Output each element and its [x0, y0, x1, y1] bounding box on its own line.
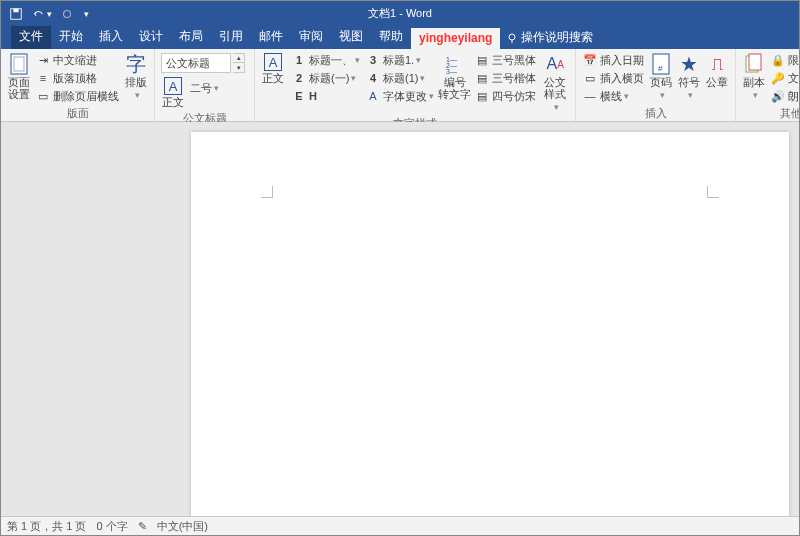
- sanhao-kai-button[interactable]: ▤三号楷体: [472, 69, 539, 87]
- list-icon: ▤: [475, 89, 489, 103]
- letter-a-icon: A: [264, 53, 282, 71]
- list-icon: ▤: [475, 53, 489, 67]
- tab-mail[interactable]: 邮件: [251, 25, 291, 49]
- erhao-button[interactable]: 二号▾: [187, 79, 222, 97]
- bold-eh-button[interactable]: EH: [289, 87, 363, 105]
- ribbon: 页面 设置 ⇥中文缩进 ≡版落顶格 ▭删除页眉横线 字 排版▾ 版面 公文标题 …: [1, 49, 799, 122]
- list-icon: ▤: [475, 71, 489, 85]
- status-page[interactable]: 第 1 页，共 1 页: [7, 519, 86, 534]
- tab-insert[interactable]: 插入: [91, 25, 131, 49]
- page-setup-button[interactable]: 页面 设置: [5, 51, 33, 102]
- svg-rect-13: [749, 54, 761, 70]
- title1-button[interactable]: 1标题一、▾: [289, 51, 363, 69]
- margin-marker-tl: [261, 186, 273, 198]
- proofing-icon[interactable]: ✎: [138, 520, 147, 533]
- svg-text:#: #: [658, 64, 663, 73]
- tab-view[interactable]: 视图: [331, 25, 371, 49]
- tell-me-label: 操作说明搜索: [521, 29, 593, 46]
- banluo-button[interactable]: ≡版落顶格: [33, 69, 122, 87]
- title3-button[interactable]: 3标题1.▾: [363, 51, 437, 69]
- watermark-text: yingheyilang: [419, 31, 492, 45]
- bianhao-button[interactable]: 1—2—3— 编号 转文字: [437, 51, 472, 102]
- title-gallery[interactable]: 公文标题: [161, 53, 231, 73]
- langdu-button[interactable]: 🔊朗读: [768, 87, 800, 105]
- tab-help[interactable]: 帮助: [371, 25, 411, 49]
- svg-point-2: [64, 10, 71, 17]
- delete-header-line-button[interactable]: ▭删除页眉横线: [33, 87, 122, 105]
- window-title: 文档1 - Word: [368, 6, 432, 21]
- tab-references[interactable]: 引用: [211, 25, 251, 49]
- status-words[interactable]: 0 个字: [96, 519, 127, 534]
- fuben-button[interactable]: 副本▾: [740, 51, 768, 103]
- tab-review[interactable]: 审阅: [291, 25, 331, 49]
- group-charu: 📅插入日期 ▭插入横页 —横线▾ # 页码▾ ★ 符号▾ ⎍ 公章 插入: [576, 49, 736, 121]
- undo-icon[interactable]: ▾: [31, 8, 52, 20]
- align-icon: ≡: [36, 71, 50, 85]
- restrict-edit-button[interactable]: 🔒限制编辑: [768, 51, 800, 69]
- redo-icon[interactable]: [60, 8, 74, 20]
- delete-icon: ▭: [36, 89, 50, 103]
- lightbulb-icon: [506, 32, 518, 44]
- group-gwbiaoti: 公文标题 ▴▾ A 正文 二号▾ 公文标题: [155, 49, 255, 121]
- group-banmian: 页面 设置 ⇥中文缩进 ≡版落顶格 ▭删除页眉横线 字 排版▾ 版面: [1, 49, 155, 121]
- font-change-button[interactable]: A字体更改▾: [363, 87, 437, 105]
- indent-icon: ⇥: [36, 53, 50, 67]
- insert-hpage-button[interactable]: ▭插入横页: [580, 69, 647, 87]
- sanhao-hei-button[interactable]: ▤三号黑体: [472, 51, 539, 69]
- paiban-icon: 字: [125, 53, 147, 75]
- encrypt-button[interactable]: 🔑文档加密▾: [768, 69, 800, 87]
- star-icon: ★: [678, 53, 700, 75]
- numbering-icon: 1—2—3—: [444, 53, 466, 75]
- sihao-button[interactable]: ▤四号仿宋: [472, 87, 539, 105]
- qat-dropdown-icon[interactable]: ▾: [84, 9, 89, 19]
- group-qita: 副本▾ 🔒限制编辑 🔑文档加密▾ 🔊朗读 其他: [736, 49, 800, 121]
- tab-file[interactable]: 文件: [11, 25, 51, 49]
- style-icon: AA: [544, 53, 566, 75]
- title-bar: ▾ ▾ 文档1 - Word: [1, 1, 799, 26]
- zhengwen-button[interactable]: A 正文: [159, 75, 187, 110]
- document-area[interactable]: [1, 122, 799, 516]
- hengxian-button[interactable]: —横线▾: [580, 87, 647, 105]
- calendar-icon: 📅: [583, 53, 597, 67]
- save-icon[interactable]: [9, 7, 23, 21]
- svg-text:3—: 3—: [446, 68, 457, 74]
- font-icon: A: [366, 89, 380, 103]
- yema-button[interactable]: # 页码▾: [647, 51, 675, 103]
- page-icon: ▭: [583, 71, 597, 85]
- gallery-dropdown[interactable]: ▴▾: [233, 53, 245, 73]
- zhongwen-indent-button[interactable]: ⇥中文缩进: [33, 51, 122, 69]
- tab-gongwen[interactable]: yingheyilang: [411, 28, 500, 49]
- title4-button[interactable]: 4标题(1)▾: [363, 69, 437, 87]
- zhengwen-icon: A: [164, 77, 182, 95]
- fuhao-button[interactable]: ★ 符号▾: [675, 51, 703, 103]
- ribbon-tabs: 文件 开始 插入 设计 布局 引用 邮件 审阅 视图 帮助 yingheyila…: [1, 26, 799, 49]
- quick-access-toolbar: ▾ ▾: [1, 7, 89, 21]
- svg-rect-1: [13, 8, 18, 12]
- margin-marker-tr: [707, 186, 719, 198]
- copy-doc-icon: [743, 53, 765, 75]
- tab-design[interactable]: 设计: [131, 25, 171, 49]
- zhengwen2-button[interactable]: A 正文: [259, 51, 287, 86]
- insert-date-button[interactable]: 📅插入日期: [580, 51, 647, 69]
- status-bar: 第 1 页，共 1 页 0 个字 ✎ 中文(中国): [1, 516, 799, 535]
- tab-home[interactable]: 开始: [51, 25, 91, 49]
- page-setup-icon: [8, 53, 30, 75]
- paiban-button[interactable]: 字 排版▾: [122, 51, 150, 103]
- stamp-icon: ⎍: [706, 53, 728, 75]
- group-wenzi: A 正文 1标题一、▾ 2标题(一)▾ EH 3标题1.▾ 4标题(1)▾ A字…: [255, 49, 576, 121]
- speaker-icon: 🔊: [771, 89, 785, 103]
- tell-me[interactable]: 操作说明搜索: [500, 26, 599, 49]
- title2-button[interactable]: 2标题(一)▾: [289, 69, 363, 87]
- svg-point-3: [509, 34, 515, 40]
- document-page[interactable]: [191, 132, 789, 516]
- gongzhang-button[interactable]: ⎍ 公章: [703, 51, 731, 90]
- gw-style-button[interactable]: AA 公文 样式▾: [539, 51, 571, 115]
- lock-icon: 🔒: [771, 53, 785, 67]
- line-icon: —: [583, 89, 597, 103]
- key-icon: 🔑: [771, 71, 785, 85]
- status-lang[interactable]: 中文(中国): [157, 519, 208, 534]
- page-number-icon: #: [650, 53, 672, 75]
- tab-layout[interactable]: 布局: [171, 25, 211, 49]
